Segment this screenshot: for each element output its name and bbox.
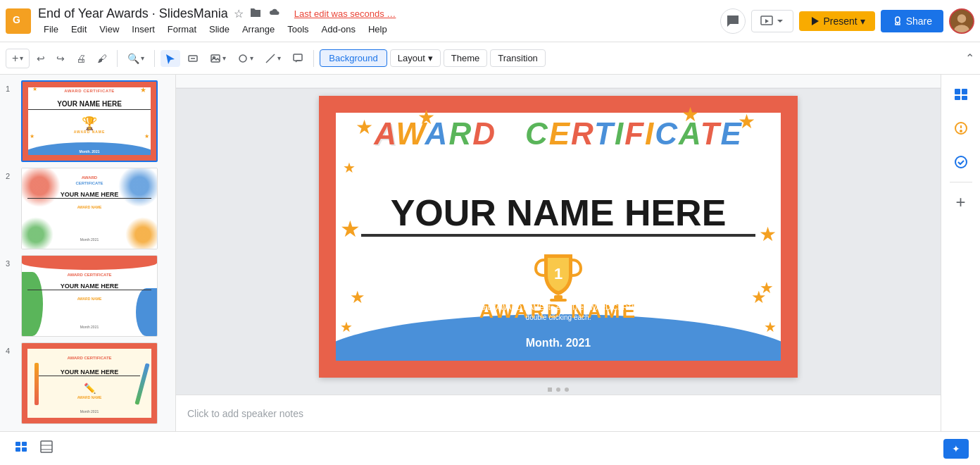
- svg-point-27: [955, 156, 967, 168]
- user-avatar[interactable]: [949, 8, 974, 34]
- svg-text:★: ★: [555, 259, 562, 266]
- menu-edit[interactable]: Edit: [65, 23, 92, 36]
- month-text[interactable]: Month. 2021: [319, 337, 798, 349]
- notes-area[interactable]: Click to add speaker notes: [176, 395, 941, 431]
- toolbar-separator-2: [154, 50, 155, 67]
- layout-button[interactable]: Layout ▾: [390, 49, 441, 67]
- award-certificate-title[interactable]: AWARD CERTIFICATE: [319, 117, 798, 151]
- svg-rect-21: [962, 89, 967, 94]
- share-button[interactable]: Share: [881, 10, 943, 32]
- present-button[interactable]: Present ▾: [799, 11, 874, 31]
- dot-2: [556, 388, 560, 392]
- present-label: Present: [823, 16, 857, 27]
- image-button[interactable]: ▾: [206, 50, 230, 67]
- top-right-actions: Present ▾ Share: [720, 8, 974, 34]
- toolbar: + ▾ ↩ ↪ 🖨 🖌 🔍 ▾ ▾ ▾ ▾ Background Layout …: [0, 42, 980, 75]
- cursor-button[interactable]: [161, 50, 180, 67]
- slide-num-1: 1: [6, 85, 17, 93]
- slide-preview-4: AWARD CERTIFICATE YOUR NAME HERE ✏️ AWAR…: [21, 342, 158, 424]
- main-slide-canvas[interactable]: ★ ★ ★ ★ ★ ★ ★ ★ ★ ★ ★ ★ AWARD: [319, 96, 798, 378]
- add-button[interactable]: + ▾: [6, 49, 30, 68]
- menu-arrange[interactable]: Arrange: [237, 23, 280, 36]
- list-view-button[interactable]: [11, 437, 31, 460]
- add-panel-button[interactable]: +: [947, 188, 975, 216]
- notes-divider: [176, 385, 941, 395]
- comment-button[interactable]: [720, 8, 746, 34]
- svg-rect-23: [962, 96, 967, 100]
- svg-rect-14: [294, 54, 302, 61]
- undo-button[interactable]: ↩: [32, 50, 49, 67]
- svg-rect-28: [15, 442, 20, 446]
- star-mid-left: ★: [340, 216, 360, 242]
- svg-point-12: [239, 55, 246, 62]
- slide-num-4: 4: [6, 347, 17, 355]
- menu-tools[interactable]: Tools: [282, 23, 314, 36]
- svg-rect-31: [22, 447, 27, 452]
- collapse-toolbar-button[interactable]: ⌃: [965, 51, 974, 65]
- print-button[interactable]: 🖨: [72, 50, 90, 67]
- slide-thumb-3[interactable]: 3 AWARD CERTIFICATE YOUR NAME HERE AWARD…: [6, 255, 170, 337]
- app-logo-icon: G: [11, 11, 26, 30]
- shape-button[interactable]: ▾: [233, 50, 258, 67]
- comment-inline-button[interactable]: [288, 50, 308, 67]
- svg-point-26: [960, 130, 962, 132]
- star-mid-right: ★: [759, 223, 777, 246]
- share-label: Share: [906, 16, 932, 27]
- sparkle-icon: ✦: [952, 443, 960, 454]
- svg-line-13: [266, 54, 275, 63]
- title-icons: ☆ Last edit was seconds …: [234, 6, 396, 21]
- your-name-text[interactable]: YOUR NAME HERE: [361, 194, 755, 237]
- notes-panel-button[interactable]: [947, 114, 975, 142]
- app-logo[interactable]: G: [6, 8, 31, 34]
- bottom-bar: ✦: [0, 431, 980, 465]
- menu-addons[interactable]: Add-ons: [316, 23, 361, 36]
- menu-help[interactable]: Help: [363, 23, 393, 36]
- slide-thumb-4[interactable]: 4 AWARD CERTIFICATE YOUR NAME HERE ✏️ AW…: [6, 342, 170, 424]
- doc-title: End of Year Awards · SlidesMania: [38, 6, 228, 21]
- present-dropdown-icon: ▾: [860, 16, 865, 27]
- line-button[interactable]: ▾: [260, 50, 285, 67]
- right-panel-sep: [950, 182, 972, 182]
- transition-button[interactable]: Transition: [490, 49, 546, 67]
- svg-rect-30: [15, 447, 20, 452]
- zoom-button[interactable]: 🔍 ▾: [123, 50, 149, 67]
- svg-rect-20: [955, 89, 960, 94]
- background-button[interactable]: Background: [320, 49, 387, 67]
- svg-text:1: 1: [554, 265, 563, 283]
- doc-title-area: End of Year Awards · SlidesMania ☆ Last …: [38, 6, 720, 36]
- notes-placeholder[interactable]: Click to add speaker notes: [187, 408, 303, 419]
- svg-text:G: G: [13, 14, 20, 25]
- slide-preview-1: AWARD CERTIFICATE YOUR NAME HERE 🏆 AWARD…: [21, 80, 158, 162]
- slide-thumb-2[interactable]: 2 AWARD CERTIFICATE YOUR NAME HERE AWARD…: [6, 168, 170, 249]
- slideshow-button[interactable]: [751, 10, 793, 32]
- dot-1: [548, 388, 552, 392]
- notes-dots: [548, 388, 569, 392]
- text-box-button[interactable]: [183, 50, 203, 67]
- explorer-button[interactable]: [947, 80, 975, 108]
- slide-num-3: 3: [6, 259, 17, 268]
- layout-dropdown-icon: ▾: [428, 53, 433, 63]
- slide-panel: 1 AWARD CERTIFICATE YOUR NAME HERE 🏆 AWA…: [0, 75, 176, 431]
- redo-button[interactable]: ↪: [52, 50, 69, 67]
- star-icon[interactable]: ☆: [234, 7, 244, 20]
- menu-insert[interactable]: Insert: [126, 23, 161, 36]
- watermark: SLIDESMANIA: [337, 285, 341, 321]
- menu-file[interactable]: File: [38, 23, 64, 36]
- cloud-icon[interactable]: [268, 6, 280, 21]
- svg-rect-29: [22, 442, 27, 446]
- menu-slide[interactable]: Slide: [203, 23, 235, 36]
- format-paint-button[interactable]: 🖌: [93, 50, 111, 67]
- layout-label: Layout: [398, 53, 425, 63]
- grid-view-button[interactable]: [37, 437, 56, 460]
- menu-view[interactable]: View: [94, 23, 125, 36]
- ai-sparkle-button[interactable]: ✦: [943, 439, 969, 459]
- slide-thumb-1[interactable]: 1 AWARD CERTIFICATE YOUR NAME HERE 🏆 AWA…: [6, 80, 170, 162]
- last-edit-text[interactable]: Last edit was seconds …: [294, 8, 396, 19]
- svg-rect-32: [41, 441, 52, 452]
- theme-button[interactable]: Theme: [444, 49, 487, 67]
- checklist-button[interactable]: [947, 148, 975, 176]
- menu-format[interactable]: Format: [162, 23, 202, 36]
- canvas-area: ★ ★ ★ ★ ★ ★ ★ ★ ★ ★ ★ ★ AWARD: [176, 75, 941, 431]
- folder-icon[interactable]: [249, 6, 262, 21]
- toolbar-separator-1: [117, 50, 118, 67]
